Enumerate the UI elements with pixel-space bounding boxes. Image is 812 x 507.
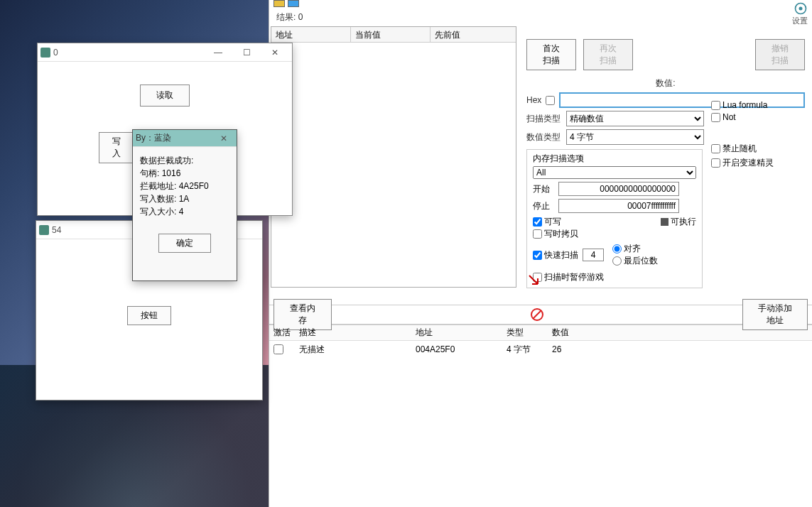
row-desc[interactable]: 无描述 <box>295 342 411 357</box>
svg-line-3 <box>533 310 541 319</box>
mem-opts-label: 内存扫描选项 <box>533 153 696 165</box>
add-address-button[interactable]: 手动添加地址 <box>742 299 808 330</box>
col-val[interactable]: 数值 <box>548 325 605 340</box>
fast-scan-value[interactable] <box>583 249 604 261</box>
col-addr-h[interactable]: 地址 <box>411 325 502 340</box>
speedhack-checkbox[interactable] <box>711 158 720 168</box>
col-current[interactable]: 当前值 <box>351 27 431 42</box>
col-type[interactable]: 类型 <box>502 325 548 340</box>
value-type-select[interactable]: 4 字节 <box>566 129 704 145</box>
fast-scan-checkbox[interactable] <box>533 251 542 260</box>
red-arrow-icon[interactable] <box>528 274 541 289</box>
toolbar-folder-icon[interactable] <box>274 0 285 7</box>
hex-checkbox[interactable] <box>546 96 555 105</box>
app-icon <box>40 48 50 58</box>
dialog-title: By：蓝染 <box>136 132 214 144</box>
line-write-size: 写入大小: 4 <box>140 205 229 218</box>
button-btn[interactable]: 按钮 <box>127 306 171 325</box>
not-checkbox[interactable] <box>711 113 720 122</box>
minimize-icon[interactable]: ― <box>204 43 232 62</box>
lua-checkbox[interactable] <box>711 101 720 110</box>
results-label: 结果: 0 <box>269 10 812 25</box>
table-row[interactable]: 无描述 004A25F0 4 字节 26 <box>269 341 812 358</box>
value-type-label: 数值类型 <box>526 131 562 143</box>
row-val[interactable]: 26 <box>548 343 605 356</box>
memory-scan-options: 内存扫描选项 All 开始 停止 可写 可执行 写时拷贝 快速扫描 <box>526 149 703 288</box>
row-addr[interactable]: 004A25F0 <box>411 343 502 356</box>
undo-scan-button: 撤销扫描 <box>755 39 805 70</box>
row-type[interactable]: 4 字节 <box>502 342 548 357</box>
row-active-checkbox[interactable] <box>274 344 283 354</box>
line-address: 拦截地址: 4A25F0 <box>140 180 229 192</box>
hex-label: Hex <box>526 95 541 105</box>
intercept-dialog[interactable]: By：蓝染 ✕ 数据拦截成功: 句柄: 1016 拦截地址: 4A25F0 写入… <box>132 129 237 281</box>
start-input[interactable] <box>558 182 679 196</box>
line-handle: 句柄: 1016 <box>140 167 229 180</box>
align-radio[interactable] <box>612 244 622 254</box>
toolbar-save-icon[interactable] <box>288 0 299 7</box>
close-icon[interactable]: ✕ <box>261 43 289 62</box>
window-title: 0 <box>53 48 204 58</box>
value-label: 数值: <box>656 77 675 89</box>
no-random-checkbox[interactable] <box>711 144 720 153</box>
scan-type-select[interactable]: 精确数值 <box>566 111 704 126</box>
forbid-icon[interactable] <box>530 307 544 322</box>
app-icon <box>39 225 49 235</box>
col-desc[interactable]: 描述 <box>295 325 411 340</box>
next-scan-button: 再次扫描 <box>583 39 633 70</box>
ok-button[interactable]: 确定 <box>158 234 211 253</box>
results-table[interactable]: 地址 当前值 先前值 <box>271 26 516 288</box>
scan-type-label: 扫描类型 <box>526 113 562 125</box>
write-button[interactable]: 写入 <box>99 132 134 163</box>
start-label: 开始 <box>533 183 554 195</box>
cow-checkbox[interactable] <box>533 229 542 239</box>
svg-point-1 <box>799 7 803 11</box>
read-button[interactable]: 读取 <box>140 84 190 107</box>
col-address[interactable]: 地址 <box>271 27 351 42</box>
col-previous[interactable]: 先前值 <box>431 27 510 42</box>
line-success: 数据拦截成功: <box>140 154 229 167</box>
stop-label: 停止 <box>533 200 554 212</box>
first-scan-button[interactable]: 首次扫描 <box>526 39 576 70</box>
close-icon[interactable]: ✕ <box>214 129 234 148</box>
line-write-data: 写入数据: 1A <box>140 192 229 205</box>
stop-input[interactable] <box>558 199 679 213</box>
col-active[interactable]: 激活 <box>269 325 295 340</box>
mem-region-select[interactable]: All <box>533 166 696 179</box>
executable-tristate[interactable] <box>661 218 668 226</box>
address-table[interactable]: 激活 描述 地址 类型 数值 无描述 004A25F0 4 字节 26 <box>269 325 812 358</box>
maximize-icon[interactable]: ☐ <box>232 43 261 62</box>
results-pane: 地址 当前值 先前值 <box>269 25 519 302</box>
cheat-engine-window: 设置 结果: 0 地址 当前值 先前值 首次扫描 再次扫描 撤销扫描 数值: <box>269 0 812 507</box>
lastdigit-radio[interactable] <box>612 256 622 266</box>
ce-toolbar <box>269 0 812 10</box>
writable-checkbox[interactable] <box>533 217 542 227</box>
